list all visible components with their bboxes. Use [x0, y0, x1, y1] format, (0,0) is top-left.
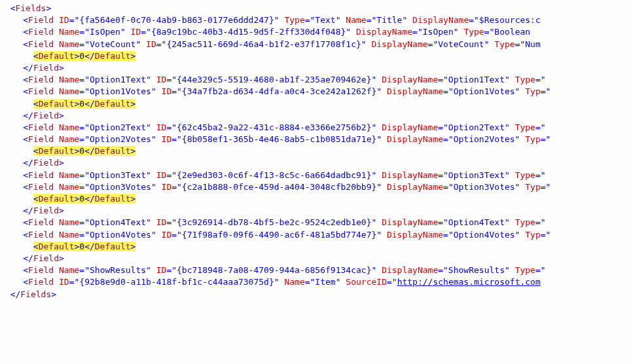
code-line: </Field>: [0, 111, 64, 120]
code-line: <Field Name="Option1Votes" ID="{34a7fb2a…: [0, 86, 550, 96]
code-line: <Default>0</Default>: [0, 242, 135, 251]
code-line: <Field Name="Option4Text" ID="{3c926914-…: [0, 217, 546, 227]
code-line: <Default>0</Default>: [0, 194, 135, 204]
code-line: <Field Name="VoteCount" ID="{245ac511-66…: [0, 39, 541, 49]
code-line: <Default>0</Default>: [0, 146, 135, 156]
code-line: </Fields>: [0, 289, 56, 299]
code-line: <Fields>: [0, 3, 51, 13]
code-line: <Field Name="ShowResults" ID="{bc718948-…: [0, 265, 546, 275]
code-line: </Field>: [0, 206, 64, 215]
code-line: </Field>: [0, 253, 64, 263]
code-line: <Field Name="Option2Votes" ID="{8b058ef1…: [0, 134, 550, 144]
code-line: <Field Name="IsOpen" ID="{8a9c19bc-40b3-…: [0, 27, 530, 37]
code-line: </Field>: [0, 158, 64, 168]
code-line: <Field Name="Option3Text" ID="{2e9ed303-…: [0, 170, 546, 180]
code-line: <Field Name="Option3Votes" ID="{c2a1b888…: [0, 182, 550, 192]
code-line: <Field ID="{fa564e0f-0c70-4ab9-b863-0177…: [0, 15, 541, 25]
code-line: <Field Name="Option4Votes" ID="{71f98af0…: [0, 230, 550, 240]
code-line: <Default>0</Default>: [0, 99, 135, 109]
code-line: <Default>0</Default>: [0, 51, 135, 61]
code-line: <Field ID="{92b8e9d0-a11b-418f-bf1c-c44a…: [0, 277, 541, 287]
xml-code-block: <Fields> <Field ID="{fa564e0f-0c70-4ab9-…: [0, 0, 631, 364]
code-line: <Field Name="Option1Text" ID="{44e329c5-…: [0, 75, 546, 84]
code-line: <Field Name="Option2Text" ID="{62c45ba2-…: [0, 122, 546, 132]
code-line: </Field>: [0, 63, 64, 73]
